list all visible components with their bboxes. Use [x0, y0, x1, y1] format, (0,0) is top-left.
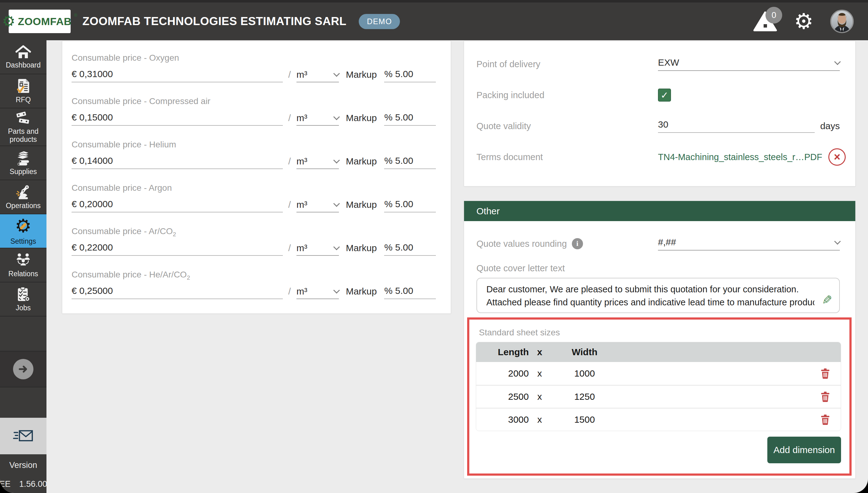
price-input[interactable]: € 0,14000 — [71, 155, 283, 169]
field-label: Consumable price - Argon — [71, 183, 436, 194]
packing-included-row: Packing included ✓ — [464, 80, 855, 111]
rounding-select[interactable]: #,## — [658, 237, 840, 251]
chevron-down-icon — [333, 287, 340, 294]
consumable-row-argon: Consumable price - Argon € 0,20000 / m³ … — [71, 183, 436, 227]
sidebar-item-relations[interactable]: Relations — [0, 248, 46, 282]
price-input[interactable]: € 0,20000 — [71, 199, 283, 212]
per-separator: / — [289, 113, 291, 123]
terms-document-link[interactable]: TN4-Machining_stainless_steels_r…PDF — [658, 152, 822, 162]
sidebar-item-settings[interactable]: ⚙ Settings — [0, 214, 46, 248]
markup-label: Markup — [346, 286, 377, 297]
collapse-arrow-button[interactable] — [13, 359, 34, 379]
sidebar-label: Supplies — [8, 168, 38, 176]
arrow-right-icon — [18, 364, 28, 374]
sidebar-label: Relations — [7, 270, 39, 278]
x-separator: x — [529, 414, 550, 425]
consumable-row-helium: Consumable price - Helium € 0,14000 / m³… — [71, 140, 436, 183]
width-column-header: Width — [550, 347, 619, 357]
edit-pencil-icon[interactable]: ✎ — [822, 294, 832, 306]
cover-letter-textarea[interactable]: Dear customer, We are pleased to submit … — [477, 278, 840, 313]
chevron-down-icon — [333, 70, 340, 77]
quote-validity-row: Quote validity 30 days — [464, 111, 855, 142]
quote-values-rounding-row: Quote values rounding i #,## — [464, 232, 855, 255]
cover-letter-label: Quote cover letter text — [464, 263, 855, 274]
x-separator: x — [529, 391, 550, 402]
user-avatar[interactable] — [830, 9, 854, 33]
price-input[interactable]: € 0,15000 — [71, 112, 283, 126]
per-separator: / — [289, 156, 291, 167]
add-dimension-button[interactable]: Add dimension — [767, 437, 841, 463]
markup-input[interactable]: % 5.00 — [384, 69, 436, 82]
zoomfab-logo: ⚙ ZOOMFAB ® — [9, 9, 71, 33]
markup-input[interactable]: % 5.00 — [384, 242, 436, 256]
markup-label: Markup — [346, 113, 377, 123]
table-row: 2500 x 1250 — [476, 385, 841, 408]
length-value: 3000 — [476, 414, 529, 425]
notification-count-badge: 0 — [765, 7, 782, 24]
markup-label: Markup — [346, 243, 377, 253]
version-number: 1.56.00 — [19, 479, 47, 489]
unit-select[interactable]: m³ — [296, 156, 339, 169]
zoomfab-gear-icon: ⚙ — [2, 14, 16, 29]
field-label: Packing included — [477, 90, 658, 100]
unit-select[interactable]: m³ — [296, 286, 339, 299]
robot-arm-icon — [15, 184, 31, 200]
price-input[interactable]: € 0,25000 — [71, 285, 283, 299]
remove-document-button[interactable]: × — [828, 148, 846, 166]
sidebar-item-supplies[interactable]: Supplies — [0, 146, 46, 180]
registered-mark: ® — [74, 13, 77, 18]
unit-select[interactable]: m³ — [296, 113, 339, 126]
people-network-icon — [15, 252, 31, 268]
delete-row-button[interactable] — [819, 413, 831, 426]
sidebar-item-rfq[interactable]: RFQ — [0, 74, 46, 108]
field-label: Consumable price - Compressed air — [71, 96, 436, 108]
delete-row-button[interactable] — [819, 367, 831, 380]
quote-validity-input[interactable]: 30 — [658, 119, 815, 133]
width-value: 1500 — [550, 414, 619, 425]
markup-input[interactable]: % 5.00 — [384, 155, 436, 169]
sidebar-item-dashboard[interactable]: Dashboard — [0, 40, 46, 74]
cover-letter-line2: Attached please find quantity prices and… — [486, 296, 814, 309]
settings-gear-button[interactable]: ⚙ — [794, 10, 813, 32]
cover-letter-line1: Dear customer, We are pleased to submit … — [486, 283, 814, 296]
clipboard-gear-icon — [16, 286, 30, 302]
contact-mail-button[interactable] — [0, 418, 46, 454]
markup-input[interactable]: % 5.00 — [384, 112, 436, 126]
x-column-header: x — [529, 347, 550, 357]
sidebar-collapse-section — [0, 351, 46, 387]
width-value: 1250 — [550, 391, 619, 402]
markup-input[interactable]: % 5.00 — [384, 285, 436, 299]
price-input[interactable]: € 0,31000 — [71, 69, 283, 82]
point-of-delivery-row: Point of delivery EXW — [464, 49, 855, 80]
field-label: Quote validity — [477, 121, 658, 131]
sidebar-item-jobs[interactable]: Jobs — [0, 282, 46, 317]
field-label: Quote values rounding i — [477, 238, 658, 249]
unit-select[interactable]: m³ — [296, 199, 339, 212]
demo-badge: DEMO — [359, 14, 400, 29]
trash-icon — [821, 391, 830, 402]
chevron-down-icon — [333, 200, 340, 207]
unit-select[interactable]: m³ — [296, 69, 339, 82]
standard-sheet-sizes-section: Standard sheet sizes Length x Width 2000… — [467, 317, 852, 476]
x-separator: x — [529, 368, 550, 379]
send-mail-icon — [13, 430, 34, 443]
sidebar-label: RFQ — [15, 96, 32, 104]
delete-row-button[interactable] — [819, 390, 831, 403]
parts-icon — [15, 111, 31, 125]
markup-input[interactable]: % 5.00 — [384, 199, 436, 212]
trash-icon — [821, 414, 830, 425]
sheet-sizes-table: Length x Width 2000 x 1000 — [476, 342, 841, 431]
unit-select[interactable]: m³ — [296, 243, 339, 256]
info-icon[interactable]: i — [572, 238, 583, 249]
notifications-button[interactable]: 0 — [753, 11, 777, 31]
point-of-delivery-select[interactable]: EXW — [658, 57, 840, 71]
sidebar-item-parts-and-products[interactable]: Parts and products — [0, 108, 46, 146]
price-input[interactable]: € 0,22000 — [71, 242, 283, 256]
consumable-row-oxygen: Consumable price - Oxygen € 0,31000 / m³… — [71, 53, 436, 96]
table-row: 3000 x 1500 — [476, 408, 841, 431]
packing-included-checkbox[interactable]: ✓ — [658, 89, 671, 102]
per-separator: / — [289, 69, 291, 80]
chevron-down-icon — [333, 157, 340, 164]
sidebar-item-operations[interactable]: Operations — [0, 180, 46, 214]
sidebar-label: Parts and products — [0, 127, 46, 143]
